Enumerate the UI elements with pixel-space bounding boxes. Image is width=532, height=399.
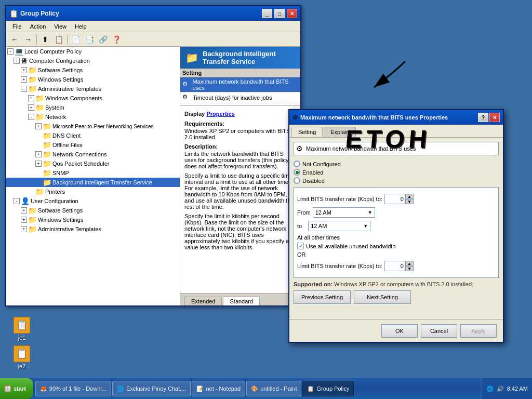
desktop-icon-je2[interactable]: 📋 je2 <box>5 345 38 369</box>
expand-software[interactable]: + <box>21 67 27 73</box>
expand-network[interactable]: - <box>28 114 34 120</box>
expand-netconn[interactable]: + <box>35 151 42 157</box>
maximize-button[interactable]: □ <box>274 9 285 18</box>
to-dropdown-arrow: ▼ <box>363 223 368 229</box>
tree-item-admin-templates[interactable]: - 📁 Administrative Templates <box>6 84 180 94</box>
tree-item-offline[interactable]: 📁 Offline Files <box>6 140 180 150</box>
tree-item-user-config[interactable]: - 👤 User Configuration <box>6 196 180 206</box>
tree-item-user-admin[interactable]: + 📁 Administrative Templates <box>6 224 180 234</box>
tree-item-network[interactable]: - 📁 Network <box>6 112 180 122</box>
taskbar-item-paint[interactable]: 🎨 untitled - Paint <box>246 381 301 396</box>
close-button[interactable]: ✕ <box>287 9 297 18</box>
tab-extended[interactable]: Extended <box>184 297 222 305</box>
props-close-button[interactable]: ✕ <box>489 113 500 122</box>
tree-item-user-software[interactable]: + 📁 Software Settings <box>6 206 180 215</box>
expand-user-winsettings[interactable]: + <box>21 217 27 223</box>
properties-link[interactable]: Properties <box>206 111 234 117</box>
spinbox-down-2[interactable]: ▼ <box>405 266 414 271</box>
tree-item-dns[interactable]: 📁 DNS Client <box>6 131 180 140</box>
paste-button[interactable]: 📑 <box>83 34 96 45</box>
checkbox-row[interactable]: Use all available unused bandwidth <box>297 243 495 249</box>
tree-item-local-policy[interactable]: - 💻 Local Computer Policy <box>6 47 180 56</box>
tree-item-qos[interactable]: + 📁 Qos Packet Scheduler <box>6 159 180 168</box>
expand-p2p[interactable]: + <box>35 123 42 129</box>
folder-icon-wincomp: 📁 <box>35 94 44 102</box>
back-button[interactable]: ← <box>8 34 21 45</box>
props-tab-explain[interactable]: Explain <box>324 127 356 137</box>
radio-btn-enabled[interactable] <box>294 169 300 176</box>
menu-view[interactable]: View <box>50 22 71 31</box>
menu-action[interactable]: Action <box>26 22 50 31</box>
tab-standard[interactable]: Standard <box>223 297 260 305</box>
radio-btn-disabled[interactable] <box>294 177 300 184</box>
taskbar-item-grouppolicy[interactable]: 📋 Group Policy <box>302 381 354 396</box>
props-title: Maximum network bandwith that BITS uses … <box>300 114 476 121</box>
spinbox-btns-2[interactable]: ▲ ▼ <box>405 261 414 271</box>
tree-item-user-winsettings[interactable]: + 📁 Windows Settings <box>6 215 180 224</box>
spinbox-up-1[interactable]: ▲ <box>405 194 414 199</box>
spinbox-down-1[interactable]: ▼ <box>405 199 414 204</box>
setting-row-bits[interactable]: ⚙ Maximum network bandwith that BITS use… <box>180 77 300 92</box>
limit-input-2[interactable] <box>384 261 405 271</box>
spinbox-1[interactable]: ▲ ▼ <box>384 194 414 204</box>
expand-windows-settings[interactable]: + <box>21 76 27 83</box>
tree-item-snmp[interactable]: 📁 SNMP <box>6 168 180 178</box>
previous-setting-button[interactable]: Previous Setting <box>294 290 351 304</box>
desktop-icon-je1[interactable]: 📋 je1 <box>5 317 38 341</box>
limit-input-1[interactable] <box>384 194 405 204</box>
spinbox-up-2[interactable]: ▲ <box>405 261 414 266</box>
forward-button[interactable]: → <box>22 34 34 45</box>
copy-button[interactable]: 📄 <box>70 34 82 45</box>
menu-help[interactable]: Help <box>71 22 91 31</box>
radio-not-configured[interactable]: Not Configured <box>294 161 499 167</box>
show-hide-button[interactable]: 📋 <box>52 34 65 45</box>
apply-button[interactable]: Apply <box>460 324 497 338</box>
tree-item-windows-settings[interactable]: + 📁 Windows Settings <box>6 75 180 84</box>
setting-row-timeout[interactable]: ⚙ Timeout (days) for inactive jobs <box>180 92 300 103</box>
ok-button[interactable]: OK <box>381 324 418 338</box>
expand-system[interactable]: + <box>28 104 34 111</box>
next-setting-button[interactable]: Next Setting <box>354 290 411 304</box>
from-label: From <box>297 209 311 216</box>
expand-user-admin[interactable]: + <box>21 226 27 232</box>
expand-win-components[interactable]: + <box>28 95 34 101</box>
taskbar-item-chat[interactable]: 🌐 Exclusive Pinoy Chat,... <box>112 381 191 396</box>
tree-item-software-settings[interactable]: + 📁 Software Settings <box>6 65 180 75</box>
tree-item-win-components[interactable]: + 📁 Windows Components <box>6 94 180 103</box>
taskbar-item-download[interactable]: 🦊 90% of 1 file - Downl... <box>35 381 111 396</box>
up-button[interactable]: ⬆ <box>39 34 51 45</box>
expand-user-config[interactable]: - <box>14 198 20 204</box>
expand-qos[interactable]: + <box>35 161 42 167</box>
spinbox-btns-1[interactable]: ▲ ▼ <box>405 194 414 204</box>
from-dropdown[interactable]: 12 AM ▼ <box>313 207 375 218</box>
to-dropdown[interactable]: 12 AM ▼ <box>308 221 370 231</box>
tree-item-system[interactable]: + 📁 System <box>6 103 180 112</box>
expand-user-software[interactable]: + <box>21 207 27 214</box>
minimize-button[interactable]: _ <box>262 9 272 18</box>
unused-bandwidth-checkbox[interactable] <box>297 243 304 249</box>
help-button[interactable]: ❓ <box>110 34 123 45</box>
cancel-button[interactable]: Cancel <box>421 324 457 338</box>
tree-item-p2p[interactable]: + 📁 Microsoft Peer-to-Peer Networking Se… <box>6 122 180 131</box>
radio-disabled[interactable]: Disabled <box>294 177 499 184</box>
limit-row-1: Limit BITS transfer rate (Kbps) to: ▲ ▼ <box>297 194 495 204</box>
menu-file[interactable]: File <box>8 22 26 31</box>
expand-admin-templates[interactable]: - <box>21 86 27 92</box>
props-help-button[interactable]: ? <box>478 113 488 122</box>
tree-item-printers[interactable]: 📁 Printers <box>6 187 180 196</box>
window-titlebar: 📋 Group Policy _ □ ✕ <box>6 6 300 21</box>
spinbox-2[interactable]: ▲ ▼ <box>384 261 414 271</box>
taskbar-item-notepad[interactable]: 📝 net - Notepad <box>192 381 245 396</box>
tree-item-computer-config[interactable]: - 🖥 Computer Configuration <box>6 56 180 65</box>
folder-icon-admin: 📁 <box>28 85 37 93</box>
radio-btn-not-configured[interactable] <box>294 161 300 167</box>
properties-toolbar-button[interactable]: 🔗 <box>97 34 109 45</box>
start-button[interactable]: 🪟 start <box>0 378 33 399</box>
tree-item-netconn[interactable]: + 📁 Network Connections <box>6 150 180 159</box>
tree-item-bits[interactable]: 📁 Background Intelligent Transfer Servic… <box>6 178 180 187</box>
expand-computer-config[interactable]: - <box>14 58 20 64</box>
folder-icon-system: 📁 <box>35 103 44 112</box>
radio-enabled[interactable]: Enabled <box>294 169 499 176</box>
props-tab-setting[interactable]: Setting <box>291 127 323 137</box>
expand-local-policy[interactable]: - <box>7 48 14 55</box>
